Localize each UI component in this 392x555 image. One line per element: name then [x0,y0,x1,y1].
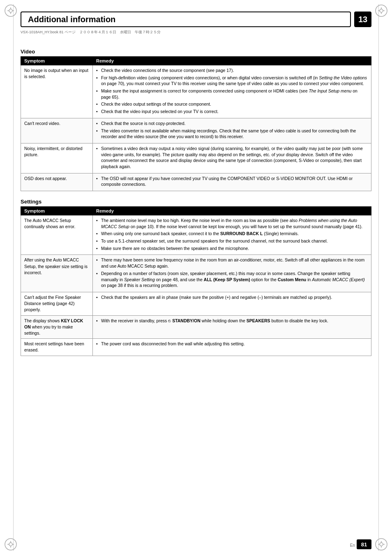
svg-point-7 [380,9,383,12]
table-row: Noisy, intermittent, or distorted pictur… [21,143,371,173]
table-row: OSD does not appear. The OSD will not ap… [21,173,371,191]
list-item: Check that the video input you selected … [96,109,368,115]
remedy-cell: Check that the speakers are all in phase… [93,292,371,315]
video-table: Symptom Remedy No image is output when a… [21,56,371,191]
list-item: The video converter is not available whe… [96,128,368,140]
list-item: Depending on a number of factors (room s… [96,271,368,289]
svg-point-19 [380,543,383,546]
remedy-cell: With the receiver in standby, press ⎋ ST… [93,315,371,339]
symptom-cell: OSD does not appear. [21,173,93,191]
symptom-cell: No image is output when an input is sele… [21,65,93,118]
list-item: Check that the source is not copy-protec… [96,120,368,127]
table-row: The display shows KEY LOCK ON when you t… [21,315,371,339]
table-row: After using the Auto MCACC Setup, the sp… [21,255,371,292]
video-col-remedy: Remedy [93,57,371,65]
list-item: When using only one surround back speake… [96,231,368,237]
symptom-cell: The Auto MCACC Setup continually shows a… [21,215,93,255]
page-lang: En [350,543,355,548]
list-item: To use a 5.1-channel speaker set, use th… [96,238,368,244]
list-item: Check that the speakers are all in phase… [96,294,368,301]
list-item: Make sure the input assignment is correc… [96,88,368,100]
table-row: Most recent settings have been erased. T… [21,339,371,356]
list-item: With the receiver in standby, press ⎋ ST… [96,318,368,324]
remedy-cell: There may have been some low frequency n… [93,255,371,292]
remedy-cell: Check the video connections of the sourc… [93,65,371,118]
svg-point-6 [376,5,387,16]
file-info: VSX-1018AH_HY.book 81 ページ ２００８年４月１６日 水曜日… [21,30,161,35]
chapter-number: 13 [354,12,371,27]
symptom-cell: The display shows KEY LOCK ON when you t… [21,315,93,339]
header-title-box: Additional information [21,12,351,27]
svg-point-13 [9,543,12,546]
main-content: Video Symptom Remedy No image is output … [21,41,371,530]
symptom-cell: Can't record video. [21,118,93,143]
header-bar: Additional information 13 [21,12,371,27]
edge-line-right [378,4,379,551]
svg-point-18 [376,539,387,550]
video-col-symptom: Symptom [21,57,93,65]
list-item: The power cord was disconnected from the… [96,341,368,347]
edge-line-left [13,4,14,551]
symptom-cell: After using the Auto MCACC Setup, the sp… [21,255,93,292]
remedy-cell: Check that the source is not copy-protec… [93,118,371,143]
list-item: Make sure there are no obstacles between… [96,245,368,252]
remedy-cell: The OSD will not appear if you have conn… [93,173,371,191]
corner-decoration-br [374,537,389,552]
remedy-cell: The ambient noise level may be too high.… [93,215,371,255]
list-item: The OSD will not appear if you have conn… [96,176,368,187]
svg-point-1 [9,9,12,12]
symptom-cell: Can't adjust the Fine Speaker Distance s… [21,292,93,315]
table-row: Can't adjust the Fine Speaker Distance s… [21,292,371,315]
remedy-cell: Sometimes a video deck may output a nois… [93,143,371,173]
corner-decoration-bl [3,537,18,552]
page-title: Additional information [28,15,115,24]
symptom-cell: Most recent settings have been erased. [21,339,93,356]
list-item: There may have been some low frequency n… [96,257,368,269]
settings-col-remedy: Remedy [93,207,371,215]
table-row: The Auto MCACC Setup continually shows a… [21,215,371,255]
svg-point-0 [5,5,16,16]
settings-table: Symptom Remedy The Auto MCACC Setup cont… [21,206,371,356]
page-number: 81 [357,539,371,549]
section-heading-video: Video [21,49,371,55]
list-item: Check the video output settings of the s… [96,101,368,107]
section-heading-settings: Settings [21,199,371,205]
list-item: Check the video connections of the sourc… [96,67,368,74]
corner-decoration-tl [3,3,18,18]
list-item: For high-definition video (using compone… [96,75,368,87]
page: Additional information 13 VSX-1018AH_HY.… [0,0,392,555]
list-item: Sometimes a video deck may output a nois… [96,146,368,170]
symptom-cell: Noisy, intermittent, or distorted pictur… [21,143,93,173]
svg-point-12 [5,539,16,550]
table-row: Can't record video. Check that the sourc… [21,118,371,143]
settings-col-symptom: Symptom [21,207,93,215]
table-row: No image is output when an input is sele… [21,65,371,118]
list-item: The ambient noise level may be too high.… [96,217,368,229]
corner-decoration-tr [374,3,389,18]
remedy-cell: The power cord was disconnected from the… [93,339,371,356]
